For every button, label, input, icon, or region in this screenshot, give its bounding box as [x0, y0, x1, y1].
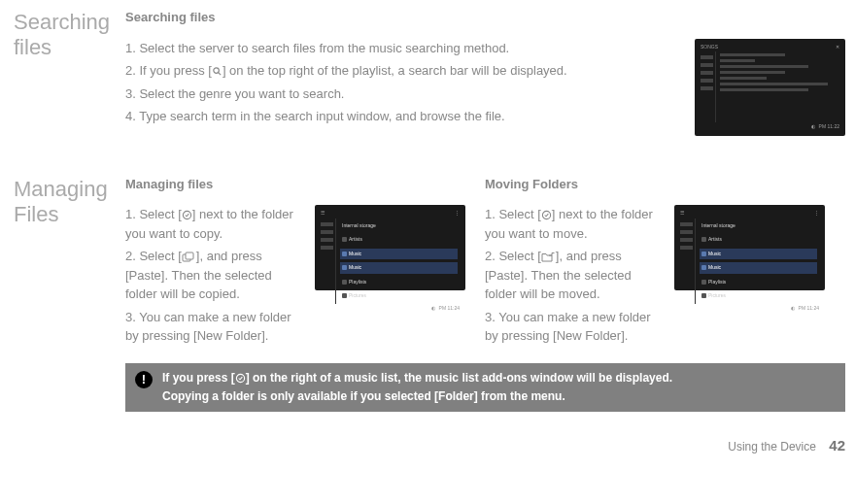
circle-check-icon [182, 210, 192, 220]
move-folder-icon [541, 252, 556, 262]
circle-check-icon [541, 210, 552, 220]
svg-point-5 [542, 211, 550, 218]
step-1: 1. Select the server to search files fro… [125, 39, 677, 58]
step-2: 2. If you press [] on the top right of t… [125, 61, 677, 81]
step-4: 4. Type search term in the search input … [125, 107, 677, 126]
section-title-searching: Searching files [14, 8, 125, 61]
footer-label: Using the Device [728, 440, 816, 454]
step-m1: 1. Select [] next to the folder you want… [125, 205, 303, 243]
note-bar: ! If you press [] on the right of a musi… [125, 363, 845, 412]
steps-moving: 1. Select [] next to the folder you want… [485, 205, 663, 350]
svg-line-1 [219, 73, 221, 75]
step-mv1: 1. Select [] next to the folder you want… [485, 205, 663, 243]
svg-point-6 [236, 374, 244, 382]
section-searching-files: Searching files Searching files 1. Selec… [14, 8, 845, 136]
steps-managing: 1. Select [] next to the folder you want… [125, 205, 303, 350]
heading-searching: Searching files [125, 8, 845, 27]
col-moving: Moving Folders 1. Select [] next to the … [485, 175, 825, 350]
col-managing: Managing files 1. Select [] next to the … [125, 175, 465, 350]
steps-searching: 1. Select the server to search files fro… [125, 39, 677, 130]
page-number: 42 [829, 437, 845, 454]
section-title-managing: Managing Files [14, 175, 125, 228]
copy-icon [182, 252, 196, 262]
svg-point-0 [214, 68, 220, 74]
step-mv2: 2. Select [], and press [Paste]. Then th… [485, 247, 663, 304]
section-managing-files: Managing Files Managing files 1. Select … [14, 175, 845, 412]
step-m2: 2. Select [], and press [Paste]. Then th… [125, 247, 303, 304]
heading-managing: Managing files [125, 175, 465, 194]
screenshot-moving: ☰⋮ Internal storage Artists Music Music … [674, 205, 825, 290]
circle-check-icon [235, 373, 246, 384]
search-icon [212, 66, 222, 77]
note-line-1: If you press [] on the right of a music … [162, 369, 672, 387]
screenshot-search: SONGS✕ ◐PM 11:22 [695, 39, 845, 136]
heading-moving: Moving Folders [485, 175, 825, 194]
step-m3: 3. You can make a new folder by pressing… [125, 308, 303, 346]
svg-rect-4 [186, 252, 193, 259]
svg-point-2 [183, 211, 190, 218]
info-icon: ! [135, 371, 153, 388]
screenshot-managing: ☰⋮ Internal storage Artists Music Music … [315, 205, 465, 290]
step-3: 3. Select the genre you want to search. [125, 84, 677, 104]
step-mv3: 3. You can make a new folder by pressing… [485, 308, 663, 346]
note-line-2: Copying a folder is only available if yo… [162, 387, 672, 406]
page-footer: Using the Device 42 [14, 435, 845, 457]
